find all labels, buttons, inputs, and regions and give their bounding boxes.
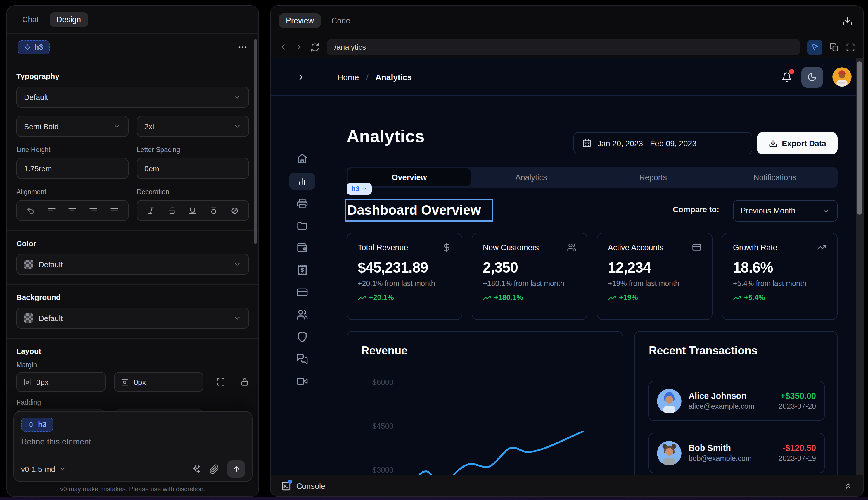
color-section-title: Color xyxy=(16,239,249,248)
tab-notifications[interactable]: Notifications xyxy=(714,168,836,186)
sidebar-video-icon[interactable] xyxy=(296,375,308,387)
avatar-image xyxy=(657,389,682,413)
stat-value: 18.6% xyxy=(733,259,826,276)
transaction-avatar xyxy=(657,441,682,465)
sidebar-messages-icon[interactable] xyxy=(296,353,308,365)
tab-reports[interactable]: Reports xyxy=(592,168,714,186)
revenue-line-chart xyxy=(347,332,624,475)
letter-spacing-label: Letter Spacing xyxy=(137,146,249,153)
copy-icon[interactable] xyxy=(830,42,839,52)
chevron-down-icon xyxy=(233,93,241,101)
refine-composer: h3 v0-1.5-md xyxy=(13,411,253,482)
app-sidebar xyxy=(271,96,334,475)
sparkles-icon[interactable] xyxy=(191,464,201,474)
cursor-icon xyxy=(810,43,819,52)
page-title: Analytics xyxy=(347,126,425,146)
paperclip-icon[interactable] xyxy=(209,464,219,474)
transaction-row[interactable]: Bob Smith bob@example.com -$120.50 2023-… xyxy=(648,433,825,473)
transaction-name: Bob Smith xyxy=(688,443,752,453)
panel-scrollbar[interactable] xyxy=(254,39,257,244)
forward-icon[interactable] xyxy=(294,43,303,52)
alignment-group xyxy=(16,200,129,221)
fullscreen-icon[interactable] xyxy=(846,42,855,52)
undo-icon[interactable] xyxy=(26,206,35,215)
color-select[interactable]: Default xyxy=(16,254,249,275)
preview-scrollbar[interactable] xyxy=(856,58,863,475)
italic-icon[interactable] xyxy=(147,206,156,215)
letter-spacing-input[interactable]: 0em xyxy=(137,158,249,179)
sidebar-analytics-icon[interactable] xyxy=(296,175,308,187)
tab-chat[interactable]: Chat xyxy=(16,12,45,27)
layout-section-title: Layout xyxy=(16,347,249,355)
tab-code[interactable]: Code xyxy=(326,13,356,28)
sidebar-credit-card-icon[interactable] xyxy=(296,286,308,298)
stat-card-new-customers: New Customers 2,350 +180.1% from last mo… xyxy=(472,233,588,320)
url-input[interactable] xyxy=(334,43,792,52)
margin-horizontal-icon xyxy=(23,377,32,386)
font-weight-select[interactable]: Semi Bold xyxy=(16,116,129,137)
line-height-label: Line Height xyxy=(16,146,129,153)
transaction-amount: -$120.50 xyxy=(778,443,816,453)
sidebar-users-icon[interactable] xyxy=(296,309,308,320)
decoration-label: Decoration xyxy=(137,188,249,195)
section-title-selected[interactable]: Dashboard Overview xyxy=(346,200,492,220)
download-icon[interactable] xyxy=(842,15,853,26)
background-select[interactable]: Default xyxy=(16,308,249,329)
tab-design[interactable]: Design xyxy=(49,12,88,27)
align-justify-icon[interactable] xyxy=(109,206,118,215)
transaction-date: 2023-07-19 xyxy=(778,454,816,463)
stat-trend-value: +180.1% xyxy=(494,294,523,302)
back-icon[interactable] xyxy=(279,43,288,52)
recent-transactions-card: Recent Transactions Alice Johnson xyxy=(634,331,837,475)
strikethrough-icon[interactable] xyxy=(168,206,176,215)
select-element-button[interactable] xyxy=(807,39,822,55)
lock-icon[interactable] xyxy=(240,377,249,387)
model-selector[interactable]: v0-1.5-md xyxy=(21,465,66,474)
align-left-icon[interactable] xyxy=(47,206,56,215)
expand-sides-icon[interactable] xyxy=(216,377,225,387)
refine-input[interactable] xyxy=(21,437,245,457)
scrollbar-thumb[interactable] xyxy=(857,61,862,215)
font-size-select[interactable]: 2xl xyxy=(137,116,249,137)
underline-icon[interactable] xyxy=(188,206,197,215)
composer-element-badge[interactable]: h3 xyxy=(21,418,53,432)
sidebar-folder-icon[interactable] xyxy=(296,220,308,231)
transaction-name: Alice Johnson xyxy=(688,391,754,401)
line-height-input[interactable]: 1.75rem xyxy=(16,158,129,179)
console-activity-dot xyxy=(288,479,292,483)
align-right-icon[interactable] xyxy=(89,206,97,215)
align-center-icon[interactable] xyxy=(68,206,77,215)
chevron-down-icon xyxy=(59,466,66,473)
no-decoration-icon[interactable] xyxy=(230,206,239,215)
sidebar-home-icon[interactable] xyxy=(296,152,308,164)
element-badge-h3[interactable]: h3 xyxy=(18,41,49,54)
console-bar[interactable]: Console xyxy=(271,475,863,497)
refresh-icon[interactable] xyxy=(310,42,320,52)
stat-value: 12,234 xyxy=(608,259,702,276)
credit-card-icon xyxy=(692,243,702,252)
export-data-button[interactable]: Export Data xyxy=(757,132,837,155)
sidebar-wallet-icon[interactable] xyxy=(296,242,308,254)
overline-icon[interactable] xyxy=(209,206,218,215)
color-value: Default xyxy=(38,260,62,269)
sidebar-shield-icon[interactable] xyxy=(296,331,308,343)
date-range-picker[interactable]: Jan 20, 2023 - Feb 09, 2023 xyxy=(574,132,752,155)
selection-tag-chip[interactable]: h3 xyxy=(347,183,372,195)
transaction-row[interactable]: Alice Johnson alice@example.com +$350.00… xyxy=(648,381,825,421)
url-bar[interactable] xyxy=(327,39,800,55)
tab-analytics[interactable]: Analytics xyxy=(470,168,592,186)
send-button[interactable] xyxy=(227,460,245,478)
more-options-icon[interactable] xyxy=(237,42,248,53)
sidebar-toggle-icon[interactable] xyxy=(296,72,306,82)
margin-x-input[interactable]: 0px xyxy=(16,372,106,392)
chevrons-up-icon[interactable] xyxy=(843,481,853,491)
margin-y-input[interactable]: 0px xyxy=(114,372,204,392)
sidebar-receipt-icon[interactable] xyxy=(296,264,308,276)
font-family-select[interactable]: Default xyxy=(16,87,249,107)
compare-select[interactable]: Previous Month xyxy=(733,200,837,221)
tab-preview[interactable]: Preview xyxy=(279,13,321,28)
padding-label: Padding xyxy=(16,399,249,406)
transactions-title: Recent Transactions xyxy=(649,344,757,357)
trending-up-icon xyxy=(817,243,826,252)
sidebar-printer-icon[interactable] xyxy=(296,198,308,209)
